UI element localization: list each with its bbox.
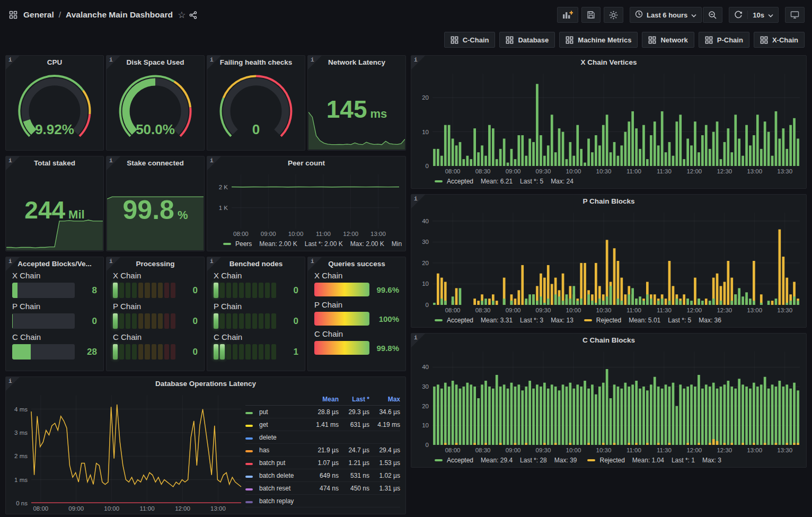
panel-title[interactable]: Accepted Blocks/Ve... — [6, 257, 103, 271]
svg-text:4 ms: 4 ms — [14, 406, 28, 413]
panel-title[interactable]: Benched nodes — [207, 257, 305, 271]
grid-icon — [705, 36, 713, 44]
legend-item-rejected[interactable]: Rejected Mean: 5.01 Last *: 5 Max: 36 — [584, 317, 721, 324]
panel-info-icon[interactable]: i — [107, 257, 120, 271]
dashboard-link-c-chain[interactable]: C-Chain — [444, 32, 496, 48]
series-mean: 1.07 µs — [308, 459, 339, 467]
panel-info-icon[interactable]: i — [411, 334, 425, 347]
lcd-segment — [132, 344, 137, 360]
legend-label: Accepted — [447, 457, 473, 464]
legend-table-row: batch replay — [245, 495, 400, 507]
series-name[interactable]: batch put — [259, 459, 308, 467]
panel-title[interactable]: C Chain Blocks — [411, 334, 806, 347]
series-name[interactable]: batch replay — [259, 497, 308, 505]
legend-table-body: put28.8 µs29.3 µs34.6 µsget1.41 ms631 µs… — [245, 406, 400, 507]
tv-mode-button[interactable] — [785, 7, 805, 23]
panel-info-icon[interactable]: i — [207, 56, 221, 69]
panel-info-icon[interactable]: i — [308, 257, 322, 271]
panel-title[interactable]: Database Operations Latency — [6, 377, 405, 391]
row-label: P Chain — [12, 302, 97, 311]
star-icon[interactable]: ☆ — [176, 9, 188, 21]
panel-title[interactable]: Processing — [107, 257, 204, 271]
lcd-segment — [158, 283, 163, 298]
dashboard-link-database[interactable]: Database — [499, 32, 555, 48]
bar-fill — [12, 283, 17, 298]
panel-info-icon[interactable]: i — [6, 257, 20, 271]
refresh-dashboard-button[interactable]: 10s — [729, 7, 779, 23]
gradient-bar — [314, 312, 369, 326]
panel-title[interactable]: Total staked — [6, 156, 103, 170]
panel-queries-success: i Queries success X Chain 99.6% P Chain … — [307, 257, 406, 371]
svg-text:12:00: 12:00 — [175, 505, 190, 512]
svg-text:13:00: 13:00 — [210, 505, 226, 512]
panel-disk-space: i Disk Space Used 50.0% — [106, 55, 205, 151]
panel-info-icon[interactable]: i — [6, 156, 20, 170]
panel-title[interactable]: Stake connected — [107, 156, 204, 170]
panel-title[interactable]: CPU — [6, 56, 103, 69]
panel-title[interactable]: Disk Space Used — [107, 56, 204, 69]
share-icon[interactable] — [188, 9, 199, 21]
series-max: 34.6 µs — [369, 408, 400, 416]
lcd-segment — [265, 313, 270, 329]
page-title[interactable]: Avalanche Main Dashboard — [66, 10, 173, 20]
series-name[interactable]: get — [259, 421, 308, 428]
panel-failing-health-checks: i Failing health checks 0 — [207, 55, 305, 151]
legend-item-accepted[interactable]: Accepted Mean: 29.4 Last *: 28 Max: 39 — [435, 457, 577, 464]
panel-info-icon[interactable]: i — [6, 377, 20, 391]
svg-text:0: 0 — [426, 302, 429, 308]
panel-title[interactable]: Failing health checks — [207, 56, 305, 69]
lcd-segment — [138, 283, 143, 298]
time-range-picker[interactable]: Last 6 hours — [630, 7, 702, 23]
db-latency-chart[interactable]: 08:0009:0010:0011:0012:0013:000 ns1 ms2 … — [7, 391, 245, 513]
series-name[interactable]: delete — [259, 434, 308, 441]
panel-info-icon[interactable]: i — [207, 156, 221, 170]
zoom-out-button[interactable] — [703, 7, 722, 23]
lcd-segment — [259, 283, 263, 298]
dashboard-settings-button[interactable] — [604, 7, 623, 23]
panel-info-icon[interactable]: i — [107, 156, 120, 170]
lcd-segment — [214, 344, 218, 360]
series-name[interactable]: batch delete — [259, 472, 308, 479]
svg-text:10:30: 10:30 — [596, 447, 612, 453]
panel-info-icon[interactable]: i — [308, 56, 322, 69]
lcd-segment — [171, 313, 175, 329]
panel-info-icon[interactable]: i — [6, 56, 20, 69]
c-chain-blocks-chart[interactable]: 08:0008:3009:0009:3010:0010:3011:0011:30… — [413, 347, 804, 454]
panel-info-icon[interactable]: i — [107, 56, 120, 69]
p-chain-blocks-chart[interactable]: 08:0008:3009:0009:3010:0010:3011:0011:30… — [413, 208, 804, 314]
series-name[interactable]: has — [259, 446, 308, 454]
svg-text:30: 30 — [422, 239, 429, 245]
svg-text:0 ns: 0 ns — [16, 500, 28, 506]
panel-title[interactable]: Network Latency — [308, 56, 405, 69]
panel-title[interactable]: Peer count — [207, 156, 405, 170]
save-dashboard-button[interactable] — [581, 7, 601, 23]
breadcrumb-folder[interactable]: General — [23, 10, 54, 20]
legend-item-accepted[interactable]: Accepted Mean: 3.31 Last *: 3 Max: 13 — [435, 317, 573, 324]
legend-swatch — [245, 412, 253, 414]
col-mean[interactable]: Mean — [308, 396, 339, 403]
svg-text:50.0%: 50.0% — [136, 121, 175, 137]
panel-info-icon[interactable]: i — [207, 257, 221, 271]
grid-icon — [760, 36, 768, 44]
peer-count-chart[interactable]: 08:0009:0010:0011:0012:0013:001 K2 K — [209, 170, 403, 238]
apps-grid-icon[interactable] — [7, 9, 19, 21]
x-chain-vertices-chart[interactable]: 08:0008:3009:0009:3010:0010:3011:0011:30… — [413, 69, 804, 176]
svg-text:12:00: 12:00 — [686, 447, 702, 453]
col-last[interactable]: Last * — [339, 396, 369, 403]
legend-item-peers[interactable]: Peers Mean: 2.00 K Last *: 2.00 K Max: 2… — [223, 240, 402, 248]
dashboard-link-machine-metrics[interactable]: Machine Metrics — [559, 32, 638, 48]
legend-item-accepted[interactable]: Accepted Mean: 6.21 Last *: 5 Max: 24 — [435, 178, 573, 185]
dashboard-link-network[interactable]: Network — [642, 32, 694, 48]
dashboard-link-x-chain[interactable]: X-Chain — [754, 32, 805, 48]
series-name[interactable]: batch reset — [259, 485, 308, 492]
legend-item-rejected[interactable]: Rejected Mean: 1.04 Last *: 1 Max: 3 — [587, 457, 721, 464]
dashboard-link-p-chain[interactable]: P-Chain — [699, 32, 749, 48]
panel-title[interactable]: X Chain Vertices — [411, 56, 806, 69]
panel-title[interactable]: Queries success — [308, 257, 405, 271]
add-panel-button[interactable] — [557, 7, 578, 23]
panel-title[interactable]: P Chain Blocks — [411, 195, 806, 208]
panel-info-icon[interactable]: i — [411, 195, 425, 208]
panel-info-icon[interactable]: i — [411, 56, 425, 69]
col-max[interactable]: Max — [369, 396, 400, 403]
series-name[interactable]: put — [259, 408, 308, 416]
